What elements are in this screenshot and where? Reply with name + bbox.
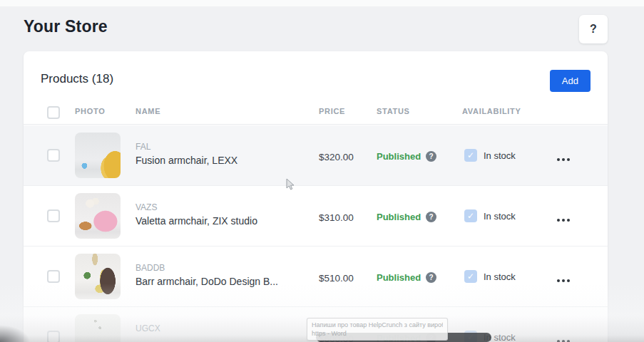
product-availability: ✓ In stock bbox=[464, 209, 516, 222]
add-product-button[interactable]: Add bbox=[550, 70, 591, 92]
product-availability: ✓ In stock bbox=[464, 270, 516, 283]
product-status: Published ? bbox=[377, 212, 436, 222]
availability-label: In stock bbox=[484, 271, 516, 282]
row-actions-menu-icon[interactable] bbox=[557, 219, 560, 222]
product-sku: VAZS bbox=[136, 202, 257, 212]
product-price: $320.00 bbox=[319, 152, 354, 162]
in-stock-checkbox[interactable]: ✓ bbox=[464, 149, 477, 162]
select-all-checkbox[interactable] bbox=[47, 106, 60, 119]
tooltip-line-1: Напиши про товар HelpCrunch з сайту виро… bbox=[312, 321, 443, 329]
in-stock-checkbox[interactable]: ✓ bbox=[464, 209, 477, 222]
table-row[interactable]: VAZS Valetta armchair, ZIX studio $310.0… bbox=[24, 186, 608, 247]
row-checkbox[interactable] bbox=[47, 331, 60, 342]
product-status: Published ? bbox=[377, 272, 436, 283]
in-stock-checkbox[interactable]: ✓ bbox=[464, 270, 477, 283]
tooltip-line-2: https - Word bbox=[312, 329, 443, 338]
product-sku: BADDB bbox=[136, 263, 278, 273]
status-badge: Published bbox=[377, 212, 421, 222]
check-icon: ✓ bbox=[467, 211, 474, 221]
product-name-cell: BADDB Barr armchair, DoDo Design B... bbox=[136, 263, 278, 287]
check-icon: ✓ bbox=[467, 271, 474, 281]
column-header-status: STATUS bbox=[377, 107, 410, 115]
product-status: Published ? bbox=[377, 151, 436, 162]
product-sku: UGCX bbox=[136, 323, 160, 333]
product-sku: FAL bbox=[136, 142, 237, 152]
check-icon: ✓ bbox=[467, 150, 474, 160]
product-name-cell: UGCX bbox=[136, 323, 160, 336]
availability-label: In stock bbox=[484, 211, 516, 222]
status-badge: Published bbox=[377, 272, 421, 283]
product-availability: ✓ In stock bbox=[464, 149, 516, 162]
products-panel: Products (18) Add PHOTO NAME PRICE STATU… bbox=[24, 51, 608, 342]
page-title: Your Store bbox=[24, 17, 108, 36]
product-name: Barr armchair, DoDo Design B... bbox=[136, 276, 278, 287]
product-name-cell: FAL Fusion armchair, LEXX bbox=[136, 142, 237, 166]
question-mark-icon: ? bbox=[590, 23, 597, 36]
status-badge: Published bbox=[377, 151, 421, 162]
table-body: FAL Fusion armchair, LEXX $320.00 Publis… bbox=[24, 125, 608, 342]
row-actions-menu-icon[interactable] bbox=[557, 158, 560, 161]
row-checkbox[interactable] bbox=[47, 270, 60, 283]
top-highlight-strip bbox=[0, 0, 644, 6]
row-checkbox[interactable] bbox=[47, 209, 60, 222]
status-help-icon[interactable]: ? bbox=[426, 151, 436, 162]
product-name: Fusion armchair, LEXX bbox=[136, 155, 237, 166]
row-actions-menu-icon[interactable] bbox=[557, 279, 560, 282]
product-photo bbox=[75, 254, 121, 299]
status-help-icon[interactable]: ? bbox=[426, 272, 436, 283]
table-header-row: PHOTO NAME PRICE STATUS AVAILABILITY bbox=[24, 104, 608, 125]
product-name-cell: VAZS Valetta armchair, ZIX studio bbox=[136, 202, 257, 227]
mouse-cursor bbox=[285, 178, 295, 191]
help-button[interactable]: ? bbox=[579, 15, 608, 43]
table-row[interactable]: FAL Fusion armchair, LEXX $320.00 Publis… bbox=[24, 125, 608, 186]
status-help-icon[interactable]: ? bbox=[426, 212, 436, 222]
product-photo bbox=[75, 193, 121, 239]
column-header-photo: PHOTO bbox=[75, 107, 105, 115]
column-header-price: PRICE bbox=[319, 107, 345, 115]
column-header-name: NAME bbox=[136, 107, 160, 115]
row-checkbox[interactable] bbox=[47, 149, 60, 162]
product-price: $510.00 bbox=[319, 273, 354, 284]
table-row[interactable]: BADDB Barr armchair, DoDo Design B... $5… bbox=[24, 247, 608, 307]
product-photo bbox=[75, 314, 121, 342]
availability-label: In stock bbox=[484, 150, 516, 161]
taskbar-tooltip: Напиши про товар HelpCrunch з сайту виро… bbox=[307, 318, 448, 341]
products-panel-title: Products (18) bbox=[41, 72, 113, 86]
product-name: Valetta armchair, ZIX studio bbox=[136, 215, 257, 227]
column-header-availability: AVAILABILITY bbox=[462, 107, 521, 115]
product-photo bbox=[75, 133, 121, 178]
product-price: $310.00 bbox=[319, 212, 354, 223]
